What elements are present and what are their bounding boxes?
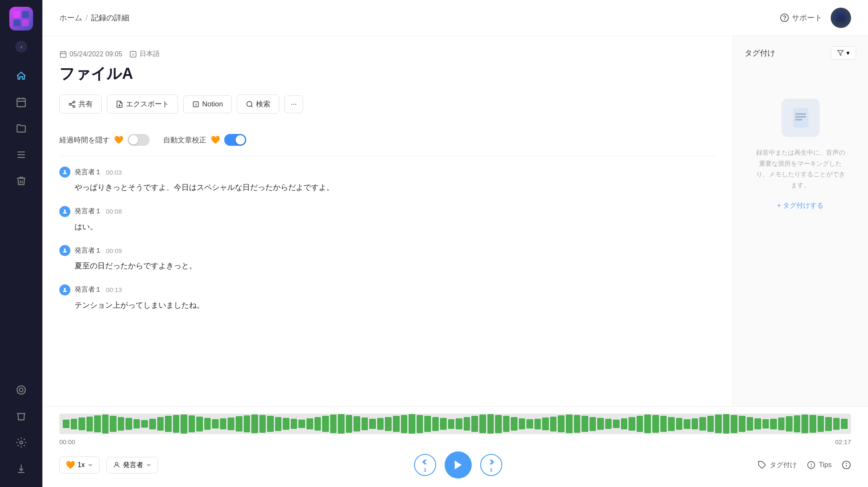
svg-point-28: [64, 170, 66, 172]
info-button[interactable]: [842, 460, 851, 470]
player-right: タグ付け Tips: [758, 460, 851, 470]
svg-point-29: [64, 209, 66, 211]
svg-line-27: [251, 106, 253, 107]
sidebar-item-calendar[interactable]: [10, 91, 33, 114]
play-button[interactable]: [445, 451, 472, 479]
speaker-name-1: 発言者１: [75, 207, 102, 216]
speaker-name-2: 発言者１: [75, 246, 102, 255]
sidebar-collapse-button[interactable]: ›: [15, 41, 27, 53]
sidebar-item-trash[interactable]: [10, 170, 33, 192]
autocorrect-premium-icon: 🧡: [211, 135, 220, 145]
player-center: 3 3: [158, 451, 758, 479]
svg-rect-2: [14, 19, 20, 26]
svg-point-30: [64, 249, 66, 251]
svg-point-26: [247, 101, 252, 106]
export-button[interactable]: エクスポート: [107, 95, 178, 114]
file-language-value: 日本語: [139, 50, 160, 58]
tag-empty-icon: [782, 99, 820, 137]
speaker-icon-0: [59, 167, 70, 178]
hide-time-premium-icon: 🧡: [114, 135, 123, 145]
tips-label: Tips: [819, 461, 832, 469]
search-button[interactable]: 検索: [237, 95, 279, 114]
speaker-icon-2: [59, 245, 70, 256]
svg-rect-0: [14, 11, 20, 18]
main-area: ホーム / 記録の詳細 サポート: [42, 0, 868, 487]
svg-point-10: [20, 441, 23, 444]
autocorrect-toggle[interactable]: [224, 134, 246, 146]
time-start: 00:00: [59, 438, 75, 445]
speaker-time-1: 00:08: [106, 208, 122, 215]
sidebar-item-location[interactable]: [10, 378, 33, 401]
tag-empty-text: 録音中または再生中に、音声の重要な箇所をマーキングしたり、メモしたりすることがで…: [756, 147, 845, 190]
file-date: 05/24/2022 09:05: [59, 50, 122, 58]
speaker-name-0: 発言者１: [75, 168, 102, 177]
breadcrumb-home[interactable]: ホーム: [59, 13, 82, 23]
speaker-select-button[interactable]: 発言者: [106, 457, 158, 473]
entry-header-1: 発言者１ 00:08: [59, 206, 715, 217]
waveform-bars: [59, 414, 851, 434]
sidebar-item-list[interactable]: [10, 143, 33, 166]
more-button[interactable]: ···: [284, 95, 303, 113]
tag-action-button[interactable]: タグ付け: [758, 461, 797, 470]
svg-line-21: [71, 105, 73, 106]
user-avatar[interactable]: [831, 8, 851, 28]
hide-time-control: 経過時間を隠す 🧡: [59, 134, 150, 146]
time-display: 00:00 02:17: [59, 438, 851, 445]
svg-rect-34: [793, 109, 808, 128]
content-body: 05/24/2022 09:05 A 日本語 ファイルA: [42, 36, 868, 406]
time-end: 02:17: [835, 438, 851, 445]
transcript-area: 05/24/2022 09:05 A 日本語 ファイルA: [42, 36, 732, 406]
tag-panel-title: タグ付け: [745, 48, 775, 58]
toolbar: 共有 エクスポート N Notion: [59, 95, 715, 114]
entry-text-1: はい。: [59, 220, 715, 234]
transcript-entry-3: 発言者１ 00:13 テンション上がってしまいましたね。: [59, 284, 715, 312]
hide-time-toggle[interactable]: [128, 134, 150, 146]
speed-button[interactable]: 🧡 1x: [59, 456, 100, 473]
tag-add-button[interactable]: + タグ付けする: [772, 199, 829, 213]
entry-text-0: やっぱりきっとそうですよ、今日はスペシャルな日だったからだよですよ。: [59, 181, 715, 194]
svg-rect-15: [60, 52, 66, 58]
sidebar-item-settings[interactable]: [10, 431, 33, 454]
file-language: A 日本語: [129, 50, 160, 58]
share-label: 共有: [78, 99, 93, 109]
app-logo[interactable]: [9, 7, 33, 31]
filter-label: ▾: [846, 49, 850, 57]
svg-rect-3: [22, 19, 29, 26]
svg-point-38: [115, 462, 118, 465]
filter-button[interactable]: ▾: [831, 46, 856, 60]
svg-marker-32: [837, 50, 843, 56]
support-button[interactable]: サポート: [780, 13, 822, 23]
share-button[interactable]: 共有: [59, 95, 102, 114]
entry-text-2: 夏至の日だったからですよきっと。: [59, 259, 715, 273]
transcript-entries: 発言者１ 00:03 やっぱりきっとそうですよ、今日はスペシャルな日だったからだ…: [59, 167, 715, 312]
transcript-entry-2: 発言者１ 00:09 夏至の日だったからですよきっと。: [59, 245, 715, 273]
player-area: 00:00 02:17 🧡 1x 発言者: [42, 406, 868, 487]
skip-back-label: 3: [424, 468, 426, 473]
svg-point-9: [17, 386, 25, 394]
svg-point-42: [811, 466, 812, 467]
header-right: サポート: [780, 8, 851, 28]
skip-forward-label: 3: [490, 468, 492, 473]
breadcrumb-current: 記録の詳細: [91, 13, 129, 23]
svg-point-31: [64, 288, 66, 290]
notion-button[interactable]: N Notion: [183, 95, 232, 113]
header: ホーム / 記録の詳細 サポート: [42, 0, 868, 36]
sidebar-item-home[interactable]: [10, 64, 33, 87]
waveform[interactable]: [59, 414, 851, 434]
speed-value: 1x: [78, 461, 85, 469]
tag-action-label: タグ付け: [770, 461, 797, 470]
sidebar-item-delete[interactable]: [10, 405, 33, 428]
sidebar-item-download[interactable]: [10, 457, 33, 480]
speaker-icon-1: [59, 206, 70, 217]
sidebar-item-folder[interactable]: [10, 117, 33, 140]
sidebar: ›: [0, 0, 42, 487]
tag-panel: タグ付け ▾ 録音中または再生中に、音声の重要な箇所: [732, 36, 868, 406]
svg-text:A: A: [132, 53, 134, 56]
tips-button[interactable]: Tips: [807, 461, 832, 469]
entry-text-3: テンション上がってしまいましたね。: [59, 299, 715, 312]
skip-forward-button[interactable]: 3: [480, 454, 502, 476]
speaker-icon-3: [59, 284, 70, 295]
skip-back-button[interactable]: 3: [414, 454, 436, 476]
player-left: 🧡 1x 発言者: [59, 456, 158, 473]
breadcrumb-separator: /: [86, 14, 88, 22]
